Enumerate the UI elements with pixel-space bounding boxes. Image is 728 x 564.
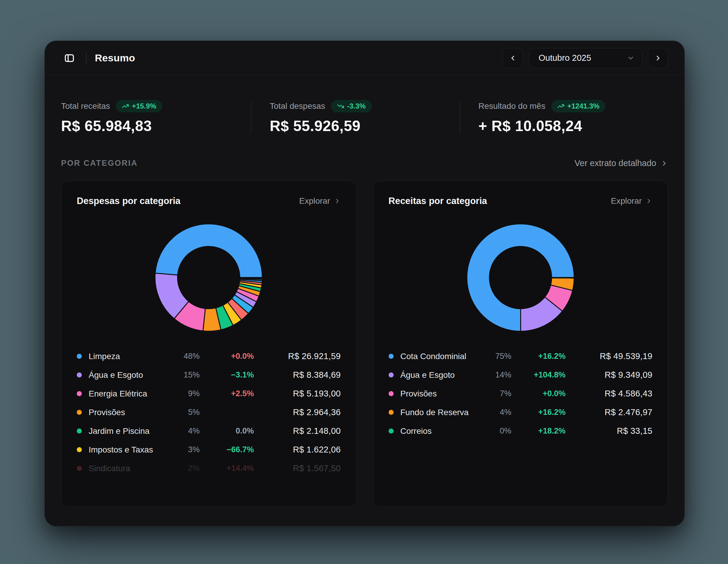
legend-label: Cota Condominial [400, 352, 475, 361]
donut-slice-other-17[interactable] [240, 277, 262, 278]
legend-row[interactable]: Jardim e Piscina4%0.0%R$ 2.148,00 [77, 422, 341, 440]
legend-percent: 15% [169, 370, 200, 380]
legend-percent: 4% [169, 426, 200, 436]
legend-variation: +16.2% [517, 408, 566, 417]
chevron-right-icon [645, 197, 652, 204]
legend-amount: R$ 2.964,36 [259, 408, 341, 417]
trending-down-icon [337, 103, 344, 110]
legend-percent: 14% [480, 370, 511, 380]
explore-label: Explorar [611, 196, 642, 206]
legend-row[interactable]: Fundo de Reserva4%+16.2%R$ 2.476,97 [389, 403, 653, 422]
stat-total-receitas: Total receitas +15.9% R$ 65.984,83 [61, 100, 251, 135]
trending-up-icon [557, 103, 564, 110]
legend-variation: +14.4% [205, 464, 254, 473]
legend-percent: 9% [169, 389, 200, 398]
stat-value: R$ 55.926,59 [270, 117, 459, 135]
legend-amount: R$ 1.622,06 [259, 445, 341, 455]
legend-percent: 2% [169, 464, 200, 473]
trend-badge-value: -3.3% [347, 102, 366, 110]
legend-percent: 48% [169, 352, 200, 361]
detailed-statement-link[interactable]: Ver extrato detalhado [574, 158, 668, 168]
legend-label: Jardim e Piscina [89, 426, 163, 436]
legend-percent: 4% [480, 408, 511, 417]
legend-color-dot [77, 429, 82, 434]
trend-badge: +1241.3% [551, 100, 606, 112]
legend-label: Provisões [89, 408, 163, 417]
trend-badge-value: +1241.3% [567, 102, 600, 110]
legend-color-dot [389, 429, 394, 434]
stat-label: Resultado do mês [478, 101, 545, 111]
legend-row[interactable]: Água e Esgoto14%+104.8%R$ 9.349,09 [389, 366, 653, 384]
legend-row[interactable]: Provisões7%+0.0%R$ 4.586,43 [389, 384, 653, 403]
legend-row[interactable]: Cota Condominial75%+16.2%R$ 49.539,19 [389, 347, 653, 366]
legend-variation: +0.0% [205, 352, 254, 361]
legend-label: Impostos e Taxas [89, 445, 163, 455]
legend-amount: R$ 33,15 [571, 426, 652, 436]
legend-row[interactable]: Provisões5%R$ 2.964,36 [77, 403, 341, 422]
legend-label: Água e Esgoto [89, 370, 163, 380]
legend-variation: −66.7% [205, 445, 254, 454]
header-divider [86, 53, 87, 63]
legend-variation: +2.5% [205, 389, 254, 398]
sidebar-toggle-button[interactable] [61, 50, 78, 66]
legend-amount: R$ 5.193,00 [259, 389, 341, 399]
legend-variation: 0.0% [205, 426, 254, 436]
chevron-right-icon [654, 54, 662, 62]
legend-row[interactable]: Sindicatura2%+14.4%R$ 1.567,50 [77, 459, 341, 478]
legend-label: Correios [400, 426, 475, 436]
legend-variation: +16.2% [517, 352, 566, 361]
revenues-donut-chart [464, 221, 577, 334]
expenses-legend: Limpeza48%+0.0%R$ 26.921,59Água e Esgoto… [77, 347, 341, 478]
section-title: POR CATEGORIA [61, 159, 138, 168]
next-month-button[interactable] [648, 48, 668, 68]
legend-variation: +104.8% [517, 370, 566, 380]
legend-label: Água e Esgoto [400, 370, 475, 380]
explore-label: Explorar [299, 196, 330, 206]
stat-resultado-mes: Resultado do mês +1241.3% + R$ 10.058,24 [460, 100, 668, 135]
legend-color-dot [389, 410, 394, 415]
chevron-down-icon [627, 54, 635, 62]
legend-row[interactable]: Correios0%+18.2%R$ 33,15 [389, 422, 653, 440]
legend-amount: R$ 2.148,00 [259, 426, 341, 436]
legend-label: Provisões [400, 389, 475, 399]
page-title: Resumo [95, 52, 135, 64]
legend-row[interactable]: Energia Elétrica9%+2.5%R$ 5.193,00 [77, 384, 341, 403]
detailed-statement-label: Ver extrato detalhado [574, 158, 656, 168]
legend-percent: 0% [480, 426, 511, 436]
category-cards: Despesas por categoria Explorar Limpeza4… [45, 180, 684, 507]
donut-slice-correios[interactable] [552, 277, 574, 278]
stat-label: Total receitas [61, 101, 110, 111]
legend-variation: −3.1% [205, 370, 254, 380]
legend-amount: R$ 9.349,09 [571, 370, 652, 380]
donut-slice-limpeza[interactable] [155, 224, 262, 277]
trend-badge-value: +15.9% [132, 102, 156, 110]
app-window: Resumo Outubro 2025 [44, 41, 685, 526]
legend-amount: R$ 2.476,97 [571, 408, 652, 417]
legend-row[interactable]: Água e Esgoto15%−3.1%R$ 8.384,69 [77, 366, 341, 384]
stat-total-despesas: Total despesas -3.3% R$ 55.926,59 [251, 100, 459, 135]
kpi-row: Total receitas +15.9% R$ 65.984,83 Total… [45, 100, 684, 135]
legend-label: Fundo de Reserva [400, 408, 475, 417]
stat-label: Total despesas [270, 101, 325, 111]
legend-color-dot [77, 354, 82, 359]
legend-color-dot [389, 391, 394, 396]
section-header: POR CATEGORIA Ver extrato detalhado [45, 158, 684, 168]
top-bar: Resumo Outubro 2025 [45, 41, 684, 75]
explore-expenses-link[interactable]: Explorar [299, 196, 341, 206]
stat-value: R$ 65.984,83 [61, 117, 251, 135]
legend-row[interactable]: Impostos e Taxas3%−66.7%R$ 1.622,06 [77, 440, 341, 459]
legend-color-dot [389, 354, 394, 359]
stat-value: + R$ 10.058,24 [478, 117, 668, 135]
legend-color-dot [77, 391, 82, 396]
explore-revenues-link[interactable]: Explorar [611, 196, 652, 206]
trend-badge: -3.3% [331, 100, 372, 112]
previous-month-button[interactable] [503, 48, 523, 68]
legend-label: Sindicatura [89, 464, 163, 473]
legend-variation: +18.2% [517, 426, 566, 436]
legend-color-dot [77, 410, 82, 415]
chevron-left-icon [509, 54, 517, 62]
legend-row[interactable]: Limpeza48%+0.0%R$ 26.921,59 [77, 347, 341, 366]
legend-amount: R$ 49.539,19 [571, 352, 652, 361]
legend-percent: 5% [169, 408, 200, 417]
month-select[interactable]: Outubro 2025 [529, 48, 642, 68]
